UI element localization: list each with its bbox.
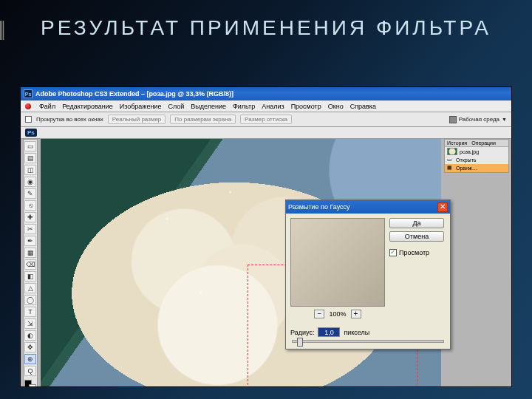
tool-blur[interactable]: △ [24,283,36,293]
tool-eyedrop[interactable]: ✥ [24,342,36,352]
history-row-label: Оранж… [456,166,477,171]
record-indicator-icon [25,103,31,109]
menu-select[interactable]: Выделение [191,103,226,110]
tool-lasso[interactable]: ◫ [24,165,36,175]
workspace-label: Рабочая среда [459,116,499,123]
preview-checkbox-row[interactable]: Просмотр [389,249,444,256]
radius-input[interactable] [318,327,340,337]
ps-dock-icon[interactable]: Ps [25,129,37,137]
slider-knob[interactable] [297,338,303,347]
history-row-open[interactable]: ▭ Открыть [445,156,508,164]
tool-eraser[interactable]: ⌫ [24,259,36,270]
dock-strip: Ps [21,127,511,139]
history-row-document[interactable]: роза.jpg [445,147,508,156]
zoom-in-button[interactable]: + [351,310,361,318]
radius-unit: пикселы [344,329,369,336]
workspace-switcher[interactable]: Рабочая среда ▼ [449,116,507,123]
window-titlebar: Ps Adobe Photoshop CS3 Extended – [роза.… [21,87,511,100]
app-logo-icon: Ps [24,89,33,98]
menu-bar: Файл Редактирование Изображение Слой Выд… [21,100,511,112]
tool-wand[interactable]: ◉ [24,177,36,187]
fit-screen-button[interactable]: По размерам экрана [170,115,236,124]
radius-label: Радиус: [290,329,314,336]
scroll-all-label: Прокрутка во всех окнах [36,116,103,123]
tool-brush[interactable]: ✂ [24,224,36,234]
scroll-all-checkbox[interactable] [25,116,32,123]
preview-checkbox-label: Просмотр [399,249,429,256]
background-swatch[interactable] [29,384,36,386]
menu-analysis[interactable]: Анализ [262,103,284,110]
menu-layer[interactable]: Слой [168,103,184,110]
radius-slider[interactable] [292,340,444,343]
menu-image[interactable]: Изображение [120,103,162,110]
tab-history[interactable]: История [447,140,467,146]
slide-side-tab [0,21,4,40]
dialog-titlebar[interactable]: Размытие по Гауссу ✕ [286,200,450,214]
zoom-level: 100% [329,310,346,318]
tool-shape[interactable]: ◐ [24,330,36,341]
menu-filter[interactable]: Фильтр [233,103,255,110]
tool-marquee[interactable]: ▤ [24,153,36,163]
zoom-out-button[interactable]: − [314,310,324,318]
doc-thumb-icon [447,148,457,155]
options-bar: Прокрутка во всех окнах Реальный размер … [21,112,511,127]
workspace-icon [449,116,457,123]
tab-actions[interactable]: Операции [471,140,496,146]
close-icon[interactable]: ✕ [437,202,448,212]
color-swatches[interactable] [24,380,36,386]
tool-history-brush[interactable]: ▦ [24,248,36,258]
blur-preview[interactable] [290,218,385,307]
history-row-label: Открыть [456,157,477,163]
gaussian-blur-dialog: Размытие по Гауссу ✕ − 100% + Да Отмена … [285,200,451,349]
open-step-icon: ▭ [447,157,454,163]
menu-view[interactable]: Просмотр [291,103,321,110]
menu-window[interactable]: Окно [328,103,344,110]
ok-button[interactable]: Да [389,218,444,228]
tool-crop[interactable]: ✎ [24,188,36,199]
slide-title: РЕЗУЛЬТАТ ПРИМЕНЕНИЯ ФИЛЬТРА [0,0,532,52]
preview-checkbox[interactable] [389,249,397,256]
history-palette: История Операции роза.jpg ▭ Открыть ▦ Ор… [444,139,509,173]
chevron-down-icon: ▼ [502,117,507,122]
cancel-button[interactable]: Отмена [389,231,444,242]
actual-size-button[interactable]: Реальный размер [108,115,166,124]
window-title: Adobe Photoshop CS3 Extended – [роза.jpg… [35,90,233,98]
history-palette-tabs: История Операции [445,140,508,147]
tool-hand[interactable]: ⊕ [24,354,36,364]
history-row-selection[interactable]: ▦ Оранж… [445,164,508,172]
menu-edit[interactable]: Редактирование [62,103,113,110]
tool-heal[interactable]: ✚ [24,212,36,222]
tool-zoom[interactable]: Q [24,366,36,376]
tool-slice[interactable]: ⎋ [24,200,36,211]
tool-pen[interactable]: ⇲ [24,318,36,329]
history-row-label: роза.jpg [460,149,479,154]
tool-gradient[interactable]: ◧ [24,271,36,282]
menu-file[interactable]: Файл [39,103,55,110]
dialog-title: Размытие по Гауссу [288,203,350,211]
tool-type[interactable]: T [24,307,36,317]
photoshop-screenshot: Ps Adobe Photoshop CS3 Extended – [роза.… [21,87,511,386]
right-dock: История Операции роза.jpg ▭ Открыть ▦ Ор… [444,139,509,173]
print-size-button[interactable]: Размер оттиска [240,115,292,124]
tool-move[interactable]: ▭ [24,141,36,151]
tool-stamp[interactable]: ✒ [24,236,36,246]
tool-dodge[interactable]: ◯ [24,295,36,305]
menu-help[interactable]: Справка [350,103,376,110]
toolbox: ▭ ▤ ◫ ◉ ✎ ⎋ ✚ ✂ ✒ ▦ ⌫ ◧ △ ◯ T ⇲ ◐ ✥ ⊕ Q [23,139,38,386]
marquee-step-icon: ▦ [447,165,454,171]
